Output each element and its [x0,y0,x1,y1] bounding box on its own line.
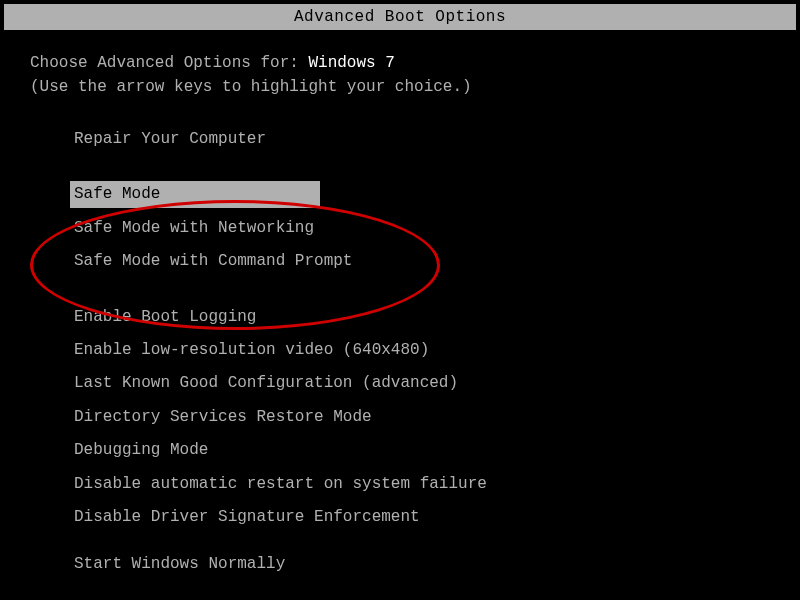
page-title: Advanced Boot Options [294,8,506,26]
menu-item-safe-mode[interactable]: Safe Mode [70,181,320,207]
menu-item-directory-services-restore-mode[interactable]: Directory Services Restore Mode [70,404,376,430]
content-area: Choose Advanced Options for: Windows 7 (… [0,34,800,585]
menu-item-enable-boot-logging[interactable]: Enable Boot Logging [70,304,260,330]
menu-item-disable-automatic-restart[interactable]: Disable automatic restart on system fail… [70,471,491,497]
boot-menu: Repair Your Computer Safe Mode Safe Mode… [30,126,770,585]
menu-item-disable-driver-signature-enforcement[interactable]: Disable Driver Signature Enforcement [70,504,424,530]
heading-prefix: Choose Advanced Options for: [30,54,308,72]
instruction-text: (Use the arrow keys to highlight your ch… [30,78,770,96]
menu-item-safe-mode-with-command-prompt[interactable]: Safe Mode with Command Prompt [70,248,356,274]
menu-item-enable-low-resolution-video[interactable]: Enable low-resolution video (640x480) [70,337,433,363]
heading-line: Choose Advanced Options for: Windows 7 [30,54,770,72]
menu-item-last-known-good-configuration[interactable]: Last Known Good Configuration (advanced) [70,370,462,396]
menu-item-safe-mode-with-networking[interactable]: Safe Mode with Networking [70,215,318,241]
menu-item-repair-your-computer[interactable]: Repair Your Computer [70,126,270,152]
title-bar: Advanced Boot Options [4,4,796,30]
menu-item-start-windows-normally[interactable]: Start Windows Normally [70,551,289,577]
os-name: Windows 7 [308,54,394,72]
menu-item-debugging-mode[interactable]: Debugging Mode [70,437,212,463]
